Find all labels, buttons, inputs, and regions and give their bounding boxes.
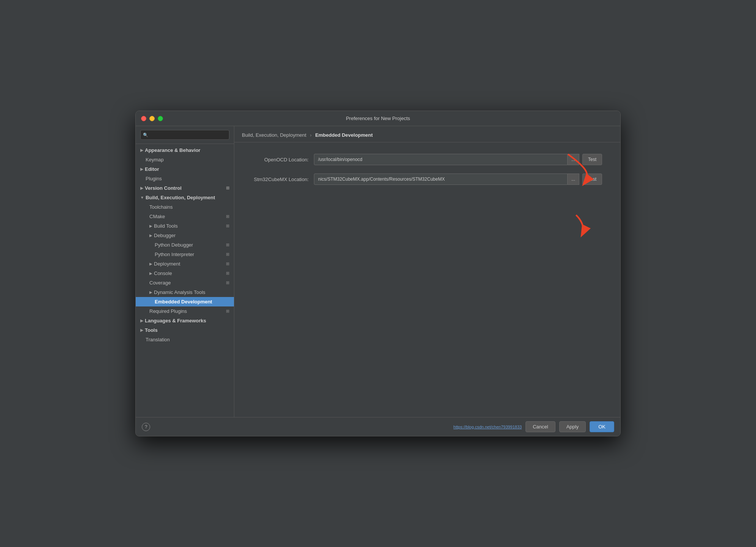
apply-button[interactable]: Apply <box>559 421 586 432</box>
openocd-input[interactable] <box>314 154 568 165</box>
chevron-down-icon: ▼ <box>140 195 144 200</box>
traffic-lights <box>141 116 163 121</box>
bottom-right: https://blog.csdn.net/chen793991833 Canc… <box>453 421 614 432</box>
sidebar-item-console[interactable]: ▶ Console ⊞ <box>136 269 234 278</box>
openocd-test-button[interactable]: Test <box>582 154 602 165</box>
sidebar-item-cmake[interactable]: CMake ⊞ <box>136 212 234 221</box>
openocd-row: OpenOCD Location: ... Test <box>246 154 609 165</box>
copy-icon: ⊞ <box>226 252 229 257</box>
stm32-row: Stm32CubeMX Location: ... Test <box>246 173 609 185</box>
sidebar-item-version-control[interactable]: ▶ Version Control ⊞ <box>136 183 234 193</box>
main-panel: Build, Execution, Deployment › Embedded … <box>234 126 620 417</box>
chevron-right-icon: ▶ <box>140 319 143 323</box>
stm32-input-group: ... Test <box>314 173 602 185</box>
sidebar-item-coverage[interactable]: Coverage ⊞ <box>136 278 234 288</box>
minimize-button[interactable] <box>149 116 155 121</box>
cancel-button[interactable]: Cancel <box>525 421 555 432</box>
copy-icon: ⊞ <box>226 271 229 276</box>
stm32-browse-button[interactable]: ... <box>568 173 579 185</box>
openocd-label: OpenOCD Location: <box>246 157 314 163</box>
sidebar-item-build-exec-deploy[interactable]: ▼ Build, Execution, Deployment <box>136 193 234 202</box>
sidebar-item-dynamic-analysis[interactable]: ▶ Dynamic Analysis Tools <box>136 288 234 297</box>
close-button[interactable] <box>141 116 146 121</box>
sidebar-item-embedded-development[interactable]: Embedded Development <box>136 297 234 306</box>
sidebar-item-required-plugins[interactable]: Required Plugins ⊞ <box>136 306 234 316</box>
search-input[interactable] <box>140 130 229 140</box>
chevron-right-icon: ▶ <box>140 186 143 190</box>
copy-icon: ⊞ <box>226 309 229 314</box>
chevron-right-icon: ▶ <box>149 290 152 294</box>
copy-icon: ⊞ <box>226 214 229 219</box>
breadcrumb: Build, Execution, Deployment › Embedded … <box>234 126 620 142</box>
bottom-left: ? <box>142 423 150 431</box>
main-content: 🔍 ▶ Appearance & Behavior Keymap ▶ Edito… <box>136 126 620 417</box>
sidebar-item-tools[interactable]: ▶ Tools <box>136 325 234 335</box>
chevron-right-icon: ▶ <box>149 262 152 266</box>
breadcrumb-current: Embedded Development <box>315 132 373 138</box>
window-title: Preferences for New Projects <box>346 116 410 121</box>
stm32-label: Stm32CubeMX Location: <box>246 177 314 182</box>
chevron-right-icon: ▶ <box>149 233 152 238</box>
openocd-browse-button[interactable]: ... <box>568 154 579 165</box>
chevron-right-icon: ▶ <box>149 271 152 275</box>
chevron-right-icon: ▶ <box>140 328 143 332</box>
copy-icon: ⊞ <box>226 242 229 247</box>
copy-icon: ⊞ <box>226 186 229 191</box>
sidebar-item-debugger[interactable]: ▶ Debugger <box>136 231 234 240</box>
sidebar: 🔍 ▶ Appearance & Behavior Keymap ▶ Edito… <box>136 126 234 417</box>
panel-body: OpenOCD Location: ... Test Stm32CubeMX L… <box>234 142 620 205</box>
sidebar-item-editor[interactable]: ▶ Editor <box>136 164 234 174</box>
breadcrumb-separator: › <box>310 132 313 138</box>
chevron-right-icon: ▶ <box>140 167 143 171</box>
preferences-window: Preferences for New Projects 🔍 ▶ Appeara… <box>135 111 621 436</box>
ok-button[interactable]: OK <box>590 421 614 432</box>
chevron-right-icon: ▶ <box>140 148 143 152</box>
footer-url[interactable]: https://blog.csdn.net/chen793991833 <box>453 425 522 429</box>
sidebar-item-toolchains[interactable]: Toolchains <box>136 202 234 212</box>
sidebar-item-translation[interactable]: Translation <box>136 335 234 344</box>
sidebar-item-languages-frameworks[interactable]: ▶ Languages & Frameworks <box>136 316 234 325</box>
bottom-bar: ? https://blog.csdn.net/chen793991833 Ca… <box>136 417 620 436</box>
search-box: 🔍 <box>136 126 234 144</box>
stm32-test-button[interactable]: Test <box>582 173 602 185</box>
stm32-input[interactable] <box>314 173 568 185</box>
help-button[interactable]: ? <box>142 423 150 431</box>
sidebar-item-build-tools[interactable]: ▶ Build Tools ⊞ <box>136 221 234 231</box>
chevron-right-icon: ▶ <box>149 224 152 228</box>
search-icon: 🔍 <box>143 133 148 138</box>
maximize-button[interactable] <box>158 116 163 121</box>
sidebar-item-appearance[interactable]: ▶ Appearance & Behavior <box>136 145 234 155</box>
nav-list: ▶ Appearance & Behavior Keymap ▶ Editor … <box>136 144 234 417</box>
openocd-input-group: ... Test <box>314 154 602 165</box>
copy-icon: ⊞ <box>226 280 229 285</box>
sidebar-item-python-interpreter[interactable]: Python Interpreter ⊞ <box>136 250 234 259</box>
breadcrumb-parent: Build, Execution, Deployment <box>242 132 306 138</box>
sidebar-item-deployment[interactable]: ▶ Deployment ⊞ <box>136 259 234 269</box>
titlebar: Preferences for New Projects <box>136 111 620 126</box>
copy-icon: ⊞ <box>226 261 229 266</box>
sidebar-item-python-debugger[interactable]: Python Debugger ⊞ <box>136 240 234 250</box>
sidebar-item-plugins[interactable]: Plugins <box>136 174 234 183</box>
copy-icon: ⊞ <box>226 223 229 228</box>
sidebar-item-keymap[interactable]: Keymap <box>136 155 234 164</box>
